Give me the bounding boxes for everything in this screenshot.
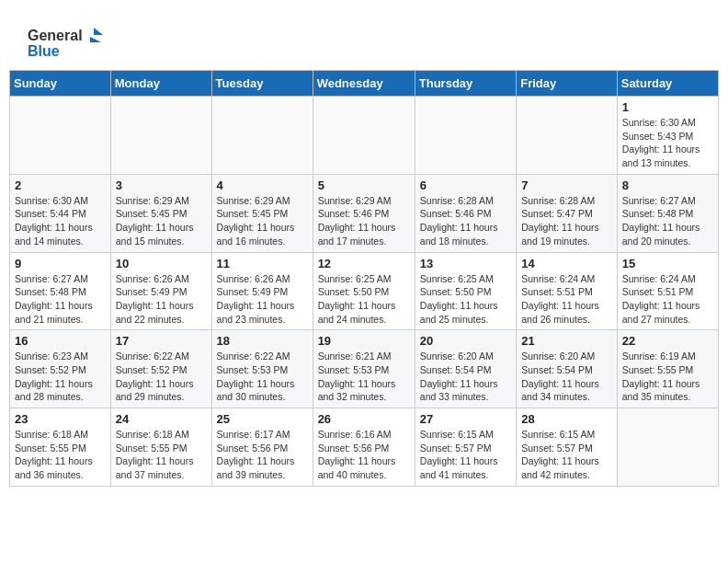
calendar-cell: 25Sunrise: 6:17 AM Sunset: 5:56 PM Dayli… <box>211 408 313 487</box>
day-number: 16 <box>15 334 106 348</box>
svg-marker-2 <box>94 28 103 35</box>
calendar-cell: 28Sunrise: 6:15 AM Sunset: 5:57 PM Dayli… <box>517 408 618 487</box>
calendar-cell: 19Sunrise: 6:21 AM Sunset: 5:53 PM Dayli… <box>313 330 415 408</box>
day-number: 4 <box>217 178 308 192</box>
day-number: 23 <box>15 412 106 426</box>
calendar-cell: 16Sunrise: 6:23 AM Sunset: 5:52 PM Dayli… <box>10 330 111 408</box>
calendar-cell <box>517 97 618 175</box>
day-number: 8 <box>622 178 713 192</box>
day-number: 5 <box>318 178 410 192</box>
day-number: 21 <box>521 334 612 348</box>
calendar-table: SundayMondayTuesdayWednesdayThursdayFrid… <box>9 70 719 487</box>
calendar-cell: 2Sunrise: 6:30 AM Sunset: 5:44 PM Daylig… <box>10 174 111 252</box>
day-number: 2 <box>15 178 106 192</box>
calendar-cell: 8Sunrise: 6:27 AM Sunset: 5:48 PM Daylig… <box>617 174 718 252</box>
calendar-cell: 24Sunrise: 6:18 AM Sunset: 5:55 PM Dayli… <box>110 408 211 487</box>
calendar-cell <box>110 97 211 175</box>
day-number: 18 <box>217 334 308 348</box>
day-number: 6 <box>420 178 511 192</box>
day-info: Sunrise: 6:30 AM Sunset: 5:44 PM Dayligh… <box>15 194 106 248</box>
calendar-cell: 26Sunrise: 6:16 AM Sunset: 5:56 PM Dayli… <box>313 408 415 487</box>
day-info: Sunrise: 6:28 AM Sunset: 5:46 PM Dayligh… <box>420 194 511 248</box>
day-number: 25 <box>217 412 308 426</box>
day-info: Sunrise: 6:25 AM Sunset: 5:50 PM Dayligh… <box>420 272 511 327</box>
calendar-cell: 23Sunrise: 6:18 AM Sunset: 5:55 PM Dayli… <box>10 408 111 487</box>
day-info: Sunrise: 6:17 AM Sunset: 5:56 PM Dayligh… <box>217 428 308 482</box>
day-info: Sunrise: 6:23 AM Sunset: 5:52 PM Dayligh… <box>15 350 106 404</box>
weekday-header-friday: Friday <box>517 71 618 97</box>
day-number: 28 <box>521 412 612 426</box>
day-info: Sunrise: 6:26 AM Sunset: 5:49 PM Dayligh… <box>217 272 308 327</box>
calendar-cell: 18Sunrise: 6:22 AM Sunset: 5:53 PM Dayli… <box>211 330 313 408</box>
calendar-cell: 4Sunrise: 6:29 AM Sunset: 5:45 PM Daylig… <box>211 174 313 252</box>
day-info: Sunrise: 6:20 AM Sunset: 5:54 PM Dayligh… <box>521 350 612 404</box>
day-info: Sunrise: 6:24 AM Sunset: 5:51 PM Dayligh… <box>521 272 612 327</box>
weekday-header-tuesday: Tuesday <box>211 71 313 97</box>
day-info: Sunrise: 6:16 AM Sunset: 5:56 PM Dayligh… <box>318 428 410 482</box>
calendar-cell: 7Sunrise: 6:28 AM Sunset: 5:47 PM Daylig… <box>517 174 618 252</box>
day-info: Sunrise: 6:24 AM Sunset: 5:51 PM Dayligh… <box>622 272 713 327</box>
day-number: 7 <box>521 178 612 192</box>
day-number: 12 <box>318 257 410 270</box>
day-number: 3 <box>116 178 207 192</box>
calendar-cell: 9Sunrise: 6:27 AM Sunset: 5:48 PM Daylig… <box>10 252 111 330</box>
calendar-cell: 21Sunrise: 6:20 AM Sunset: 5:54 PM Dayli… <box>517 330 618 408</box>
day-number: 19 <box>318 334 410 348</box>
day-number: 24 <box>116 412 207 426</box>
day-number: 9 <box>15 257 106 270</box>
day-info: Sunrise: 6:18 AM Sunset: 5:55 PM Dayligh… <box>15 428 106 482</box>
day-info: Sunrise: 6:27 AM Sunset: 5:48 PM Dayligh… <box>15 272 106 327</box>
day-number: 13 <box>420 257 511 270</box>
day-info: Sunrise: 6:30 AM Sunset: 5:43 PM Dayligh… <box>622 116 713 170</box>
day-info: Sunrise: 6:29 AM Sunset: 5:45 PM Dayligh… <box>116 194 207 248</box>
svg-text:Blue: Blue <box>28 43 60 59</box>
day-number: 26 <box>318 412 410 426</box>
day-info: Sunrise: 6:28 AM Sunset: 5:47 PM Dayligh… <box>521 194 612 248</box>
weekday-header-thursday: Thursday <box>415 71 516 97</box>
day-info: Sunrise: 6:15 AM Sunset: 5:57 PM Dayligh… <box>521 428 612 482</box>
calendar-cell: 1Sunrise: 6:30 AM Sunset: 5:43 PM Daylig… <box>617 97 718 175</box>
day-info: Sunrise: 6:29 AM Sunset: 5:46 PM Dayligh… <box>318 194 410 248</box>
day-info: Sunrise: 6:22 AM Sunset: 5:53 PM Dayligh… <box>217 350 308 404</box>
day-number: 1 <box>622 100 713 114</box>
day-info: Sunrise: 6:18 AM Sunset: 5:55 PM Dayligh… <box>116 428 207 482</box>
calendar-cell: 12Sunrise: 6:25 AM Sunset: 5:50 PM Dayli… <box>313 252 415 330</box>
day-number: 15 <box>622 257 713 270</box>
day-number: 11 <box>217 257 308 270</box>
calendar-cell: 6Sunrise: 6:28 AM Sunset: 5:46 PM Daylig… <box>415 174 516 252</box>
day-number: 27 <box>420 412 511 426</box>
calendar-cell: 5Sunrise: 6:29 AM Sunset: 5:46 PM Daylig… <box>313 174 415 252</box>
svg-marker-3 <box>90 37 101 42</box>
calendar-cell: 14Sunrise: 6:24 AM Sunset: 5:51 PM Dayli… <box>517 252 618 330</box>
day-info: Sunrise: 6:22 AM Sunset: 5:52 PM Dayligh… <box>116 350 207 404</box>
day-number: 17 <box>116 334 207 348</box>
day-info: Sunrise: 6:25 AM Sunset: 5:50 PM Dayligh… <box>318 272 410 327</box>
weekday-header-sunday: Sunday <box>10 71 111 97</box>
weekday-header-wednesday: Wednesday <box>313 71 415 97</box>
day-number: 22 <box>622 334 713 348</box>
day-info: Sunrise: 6:19 AM Sunset: 5:55 PM Dayligh… <box>622 350 713 404</box>
day-info: Sunrise: 6:20 AM Sunset: 5:54 PM Dayligh… <box>420 350 511 404</box>
calendar-cell: 27Sunrise: 6:15 AM Sunset: 5:57 PM Dayli… <box>415 408 516 487</box>
day-number: 14 <box>521 257 612 270</box>
day-info: Sunrise: 6:29 AM Sunset: 5:45 PM Dayligh… <box>217 194 308 248</box>
general-blue-logo-icon: GeneralBlue <box>28 24 110 63</box>
calendar-cell: 17Sunrise: 6:22 AM Sunset: 5:52 PM Dayli… <box>110 330 211 408</box>
calendar-cell: 15Sunrise: 6:24 AM Sunset: 5:51 PM Dayli… <box>617 252 718 330</box>
day-info: Sunrise: 6:15 AM Sunset: 5:57 PM Dayligh… <box>420 428 511 482</box>
calendar-cell: 22Sunrise: 6:19 AM Sunset: 5:55 PM Dayli… <box>617 330 718 408</box>
calendar-cell <box>415 97 516 175</box>
calendar-cell: 11Sunrise: 6:26 AM Sunset: 5:49 PM Dayli… <box>211 252 313 330</box>
calendar-cell <box>313 97 415 175</box>
day-number: 20 <box>420 334 511 348</box>
calendar-cell <box>10 97 111 175</box>
day-info: Sunrise: 6:27 AM Sunset: 5:48 PM Dayligh… <box>622 194 713 248</box>
calendar-cell: 10Sunrise: 6:26 AM Sunset: 5:49 PM Dayli… <box>110 252 211 330</box>
day-number: 10 <box>116 257 207 270</box>
weekday-header-monday: Monday <box>110 71 211 97</box>
weekday-header-saturday: Saturday <box>617 71 718 97</box>
calendar-cell: 13Sunrise: 6:25 AM Sunset: 5:50 PM Dayli… <box>415 252 516 330</box>
day-info: Sunrise: 6:26 AM Sunset: 5:49 PM Dayligh… <box>116 272 207 327</box>
calendar-cell: 3Sunrise: 6:29 AM Sunset: 5:45 PM Daylig… <box>110 174 211 252</box>
calendar-cell <box>211 97 313 175</box>
